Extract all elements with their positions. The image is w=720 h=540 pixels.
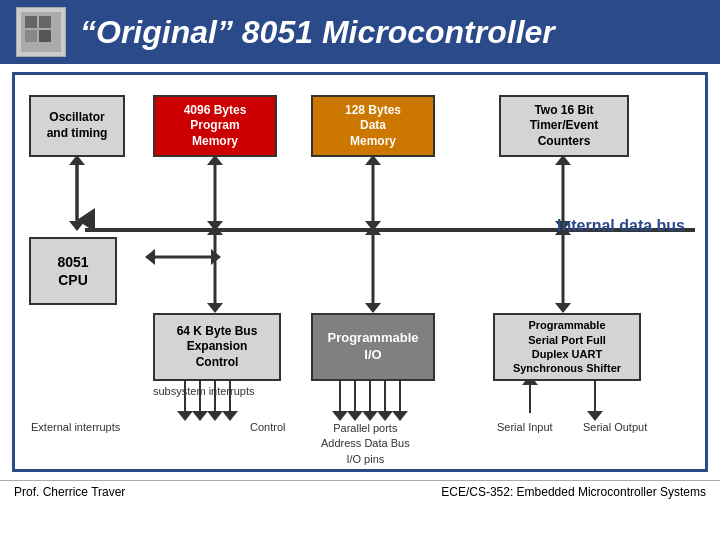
svg-marker-37 xyxy=(365,303,381,313)
page-footer: Prof. Cherrice Traver ECE/CS-352: Embedd… xyxy=(0,480,720,503)
timer-block: Two 16 Bit Timer/Event Counters xyxy=(499,95,629,157)
svg-marker-53 xyxy=(347,411,363,421)
external-interrupts-label: External interrupts xyxy=(31,421,120,433)
programmable-io-block: Programmable I/O xyxy=(311,313,435,381)
serial-input-label: Serial Input xyxy=(497,421,553,433)
svg-marker-47 xyxy=(207,411,223,421)
svg-marker-49 xyxy=(222,411,238,421)
svg-marker-63 xyxy=(587,411,603,421)
footer-right: ECE/CS-352: Embedded Microcontroller Sys… xyxy=(441,485,706,499)
svg-marker-51 xyxy=(332,411,348,421)
svg-rect-4 xyxy=(39,30,51,42)
footer-left: Prof. Cherrice Traver xyxy=(14,485,125,499)
header-logo xyxy=(16,7,66,57)
parallel-ports-label: Parallel ports Address Data Bus I/O pins xyxy=(321,421,410,467)
page-title: “Original” 8051 Microcontroller xyxy=(80,14,555,51)
svg-marker-43 xyxy=(177,411,193,421)
uart-block: Programmable Serial Port Full Duplex UAR… xyxy=(493,313,641,381)
svg-rect-2 xyxy=(39,16,51,28)
svg-marker-35 xyxy=(207,225,223,235)
svg-marker-34 xyxy=(207,303,223,313)
header: “Original” 8051 Microcontroller xyxy=(0,0,720,64)
svg-marker-14 xyxy=(69,221,85,231)
diagram-container: Oscillator and timing 4096 Bytes Program… xyxy=(12,72,708,472)
oscillator-block: Oscillator and timing xyxy=(29,95,125,157)
svg-rect-3 xyxy=(25,30,37,42)
svg-marker-20 xyxy=(365,221,381,231)
svg-marker-45 xyxy=(192,411,208,421)
cpu-block: 8051 CPU xyxy=(29,237,117,305)
svg-marker-55 xyxy=(362,411,378,421)
svg-marker-59 xyxy=(392,411,408,421)
program-memory-block: 4096 Bytes Program Memory xyxy=(153,95,277,157)
svg-marker-40 xyxy=(555,303,571,313)
svg-marker-38 xyxy=(365,225,381,235)
bus-expansion-block: 64 K Byte Bus Expansion Control xyxy=(153,313,281,381)
svg-marker-31 xyxy=(145,249,155,265)
subsystem-interrupts-label: subsystem interrupts xyxy=(153,385,254,397)
svg-marker-17 xyxy=(207,221,223,231)
internal-bus-label: Internal data bus xyxy=(557,217,685,235)
svg-marker-57 xyxy=(377,411,393,421)
svg-marker-32 xyxy=(211,249,221,265)
control-label: Control xyxy=(250,421,285,433)
serial-output-label: Serial Output xyxy=(583,421,647,433)
data-memory-block: 128 Bytes Data Memory xyxy=(311,95,435,157)
svg-rect-1 xyxy=(25,16,37,28)
